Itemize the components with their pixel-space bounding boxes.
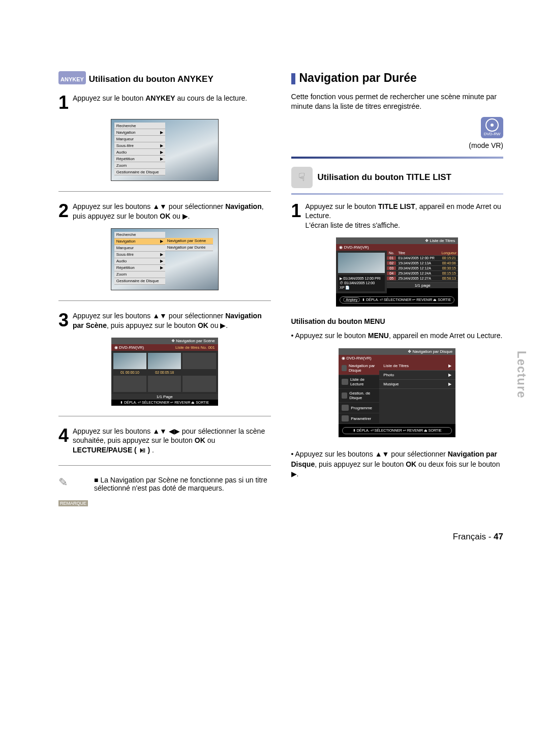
scene-thumb xyxy=(113,353,146,369)
side-item: Navigation par Disque xyxy=(339,361,379,375)
b: OK xyxy=(198,321,208,329)
menu-item: Répétition▶ xyxy=(114,156,165,162)
t: ou ▶. xyxy=(208,321,228,329)
osd-disc-label: ◉ DVD-RW(VR) xyxy=(114,345,144,350)
step-num: 2 xyxy=(58,202,69,221)
side-menu: Navigation par Disque Liste de Lecture G… xyxy=(339,361,379,424)
divider xyxy=(58,465,271,466)
heading-text: Navigation par Durée xyxy=(299,71,417,84)
step-num: 4 xyxy=(58,427,69,456)
heading-accent xyxy=(291,73,295,84)
step-text: Appuyez sur les boutons ▲▼ pour sélectio… xyxy=(73,311,270,330)
osd-footer: ⬍ DÉPLA. ⏎ SÉLECTIONNER ↩ REVENIR ⏏ SORT… xyxy=(342,427,452,434)
mode-vr-label: (mode VR) xyxy=(291,141,504,149)
main-menu: Liste de Titres▶ Photo▶ Musique▶ xyxy=(379,361,455,424)
page-footer: Français - 47 xyxy=(0,527,549,562)
b: ANYKEY xyxy=(145,94,175,102)
divider xyxy=(58,300,271,301)
menu-item: Zoom xyxy=(114,162,165,169)
menu-item: Zoom xyxy=(114,271,165,278)
step-4: 4 Appuyez sur les boutons ▲▼ ◀▶ pour sél… xyxy=(58,427,271,456)
menu-item: Sous-titre▶ xyxy=(114,252,165,258)
disc-nav-screenshot: ❖ Navigation par Disque ◉ DVD-RW(VR) Nav… xyxy=(339,348,455,437)
scene-thumb-empty xyxy=(182,353,216,369)
anykey-section-heading: ANYKEY Utilisation du bouton ANYKEY xyxy=(58,71,271,84)
right-step-1: 1 Appuyez sur le bouton TITLE LIST, appa… xyxy=(291,202,504,231)
t: au cours de la lecture. xyxy=(175,94,248,102)
side-item: Liste de Lecture xyxy=(339,375,379,389)
title-table: No.TitreLongueur 0101/JAN/2005 12:00 PR0… xyxy=(387,251,458,293)
menu-item: Sous-titre▶ xyxy=(114,142,165,149)
titlelist-heading: Utilisation du bouton TITLE LIST xyxy=(318,172,451,183)
t: . xyxy=(150,446,154,454)
t: , puis appuyez sur le bouton xyxy=(107,321,198,329)
color-bar xyxy=(291,157,504,159)
side-tab-label: Lecture xyxy=(514,351,529,399)
b: Navigation xyxy=(225,202,262,210)
step-3: 3 Appuyez sur les boutons ▲▼ pour sélect… xyxy=(58,311,271,330)
step-num: 1 xyxy=(58,94,69,112)
side-item: Programme xyxy=(339,403,379,413)
divider xyxy=(58,191,271,192)
menu-item: Marqueur xyxy=(114,136,165,142)
table-row: 0425/JAN/2005 12:24A00:15:15 xyxy=(387,271,458,276)
menu-subheading: Utilisation du bouton MENU xyxy=(291,317,504,326)
osd-footer: Anykey⬍ DÉPLA. ⏎ SÉLECTIONNER ↩ REVENIR … xyxy=(340,296,454,304)
note-label: REMARQUE xyxy=(58,500,88,506)
main-item: Liste de Titres▶ xyxy=(379,361,455,371)
step-num: 3 xyxy=(58,311,69,330)
t: Appuyez sur les boutons ▲▼ ◀▶ pour sélec… xyxy=(73,427,265,445)
hand-icon: ☟ xyxy=(291,167,313,188)
menu-item: Navigation▶ xyxy=(114,129,165,136)
scene-thumb xyxy=(148,353,181,369)
note-icon: ✎ xyxy=(58,476,88,489)
final-paragraph: Appuyez sur les boutons ▲▼ pour sélectio… xyxy=(291,449,504,479)
right-column: Navigation par Durée Cette fonction vous… xyxy=(291,71,504,506)
step-num: 1 xyxy=(291,202,301,231)
note-box: ✎ REMARQUE ■ La Navigation par Scène ne … xyxy=(58,476,271,506)
menu-item: Répétition▶ xyxy=(114,265,165,271)
menu-item: Audio▶ xyxy=(114,258,165,265)
osd-footer: ⬍ DÉPLA. ⏎ SÉLECTIONNER ↩ REVENIR ⏏ SORT… xyxy=(111,400,218,406)
t: Appuyez sur les boutons ▲▼ pour sélectio… xyxy=(73,202,225,210)
table-header: No.TitreLongueur xyxy=(387,251,458,256)
scene-thumb-empty xyxy=(182,376,216,392)
osd-menu: Recherche Navigation▶ Marqueur Sous-titr… xyxy=(114,232,165,285)
scene-time: 01 00:00:10 xyxy=(113,371,146,374)
page-indicator: 1/1 Page xyxy=(111,394,218,400)
menu-item: Recherche xyxy=(114,123,165,129)
side-item: Paramétrer xyxy=(339,413,379,424)
anykey-badge: ANYKEY xyxy=(58,71,86,84)
menu-item: Gestionnaire de Disque xyxy=(114,278,165,285)
intro-text: Cette fonction vous permet de rechercher… xyxy=(291,92,504,112)
t: Appuyez sur le bouton xyxy=(73,94,145,102)
osd-disc-label: ◉ DVD-RW(VR) xyxy=(339,355,455,361)
left-column: ANYKEY Utilisation du bouton ANYKEY 1 Ap… xyxy=(58,71,271,506)
menu-item-selected: Navigation▶ xyxy=(114,238,165,245)
step-text: Appuyez sur le bouton ANYKEY au cours de… xyxy=(73,94,270,112)
page-indicator: 1/1 page xyxy=(387,283,458,288)
osd-submenu: Navigation par Scène Navigation par Duré… xyxy=(165,238,213,251)
osd-menu-screenshot-2: Recherche Navigation▶ Marqueur Sous-titr… xyxy=(111,228,219,290)
b: OK xyxy=(195,436,205,444)
menu-item: Audio▶ xyxy=(114,149,165,156)
menu-item: Marqueur xyxy=(114,245,165,252)
table-row: 0320/JAN/2005 12:12A00:30:15 xyxy=(387,266,458,271)
table-row: 0215/JAN/2005 12:13A00:40:06 xyxy=(387,261,458,266)
title-list-screenshot: ❖ Liste de Titres ◉ DVD-RW(VR) ▶ 01/JAN/… xyxy=(336,237,458,306)
osd-menu-screenshot-1: Recherche Navigation▶ Marqueur Sous-titr… xyxy=(111,119,219,181)
color-bar xyxy=(291,193,504,195)
divider xyxy=(58,416,271,416)
side-item: Gestion. de Disque xyxy=(339,389,379,403)
step-text: Appuyez sur le bouton TITLE LIST, appare… xyxy=(306,202,503,231)
dvd-rw-icon: DVD-RW xyxy=(481,117,503,138)
title-info: ▶ 01/JAN/2005 12:00 PRI ⏱ 01/JAN/2005 12… xyxy=(338,275,385,291)
scene-thumb-empty xyxy=(148,376,181,392)
t: Appuyez sur les boutons ▲▼ pour sélectio… xyxy=(73,312,225,320)
osd-menu: Recherche Navigation▶ Marqueur Sous-titr… xyxy=(114,123,165,175)
main-item: Musique▶ xyxy=(379,380,455,389)
b: OK xyxy=(160,212,170,220)
menu-item: Recherche xyxy=(114,232,165,238)
table-row: 0525/JAN/2005 12:27A00:58:13 xyxy=(387,276,458,281)
osd-disc-label: ◉ DVD-RW(VR) xyxy=(336,244,458,251)
